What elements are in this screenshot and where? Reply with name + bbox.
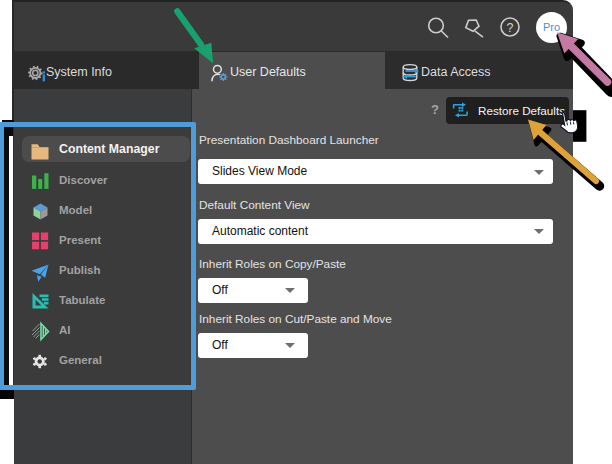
svg-text:?: ? — [507, 21, 514, 35]
